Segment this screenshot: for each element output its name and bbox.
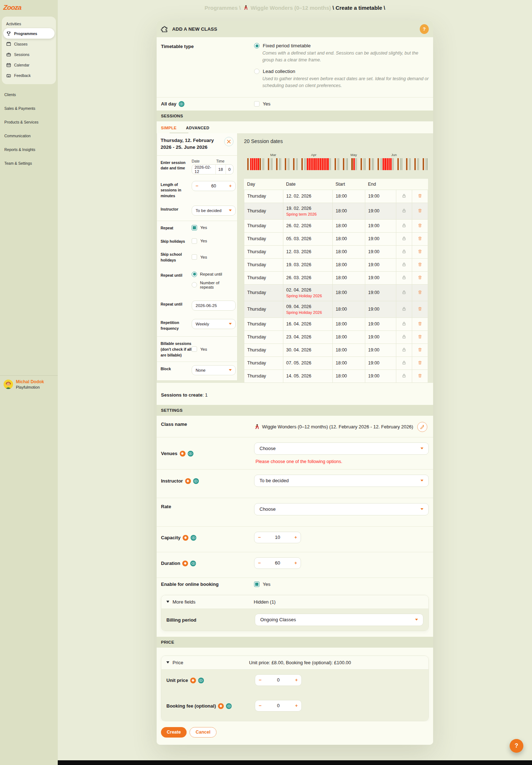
repeat-checkbox[interactable] xyxy=(192,225,197,230)
unit-price-decrement-button[interactable]: − xyxy=(259,677,262,683)
lock-icon[interactable] xyxy=(402,249,406,254)
cancel-button[interactable]: Cancel xyxy=(189,727,217,738)
repeat-until-date-input[interactable]: 2026-06-25 xyxy=(192,301,236,311)
more-fields-header[interactable]: More fields Hidden (1) xyxy=(161,595,428,609)
number-of-repeats-radio[interactable] xyxy=(192,282,197,288)
tab-simple[interactable]: SIMPLE xyxy=(161,126,176,130)
trash-icon[interactable] xyxy=(418,334,422,339)
lock-icon[interactable] xyxy=(402,290,406,295)
lead-collection-label[interactable]: Lead collection xyxy=(263,69,295,74)
breadcrumb-part[interactable]: Wiggle Wonders (0–12 months) xyxy=(249,5,331,11)
sidebar-section-clients[interactable]: Clients xyxy=(0,88,58,101)
skip-school-checkbox[interactable] xyxy=(192,254,197,260)
trash-icon[interactable] xyxy=(418,223,422,228)
lock-icon[interactable] xyxy=(402,262,406,267)
fixed-period-radio[interactable] xyxy=(254,43,260,48)
duration-value[interactable]: 60 xyxy=(275,560,280,566)
visibility-eye-icon[interactable] xyxy=(193,478,199,484)
length-increment-button[interactable]: + xyxy=(229,183,232,189)
user-block[interactable]: Michal Dodok Playfulmotion xyxy=(0,375,58,393)
lead-collection-radio[interactable] xyxy=(254,69,260,74)
frequency-select[interactable]: Weekly xyxy=(192,319,236,329)
trash-icon[interactable] xyxy=(418,236,422,241)
visibility-eye-icon[interactable] xyxy=(226,703,232,709)
sidebar-item-calendar[interactable]: Calendar xyxy=(2,60,56,70)
duration-increment-button[interactable]: + xyxy=(294,560,297,566)
floating-help-button[interactable]: ? xyxy=(510,739,523,753)
visibility-eye-icon[interactable] xyxy=(190,561,196,566)
lock-icon[interactable] xyxy=(402,275,406,280)
length-value[interactable]: 60 xyxy=(211,183,216,189)
trash-icon[interactable] xyxy=(418,360,422,365)
booking-fee-decrement-button[interactable]: − xyxy=(259,703,262,708)
unit-price-increment-button[interactable]: + xyxy=(295,677,298,683)
close-icon[interactable] xyxy=(224,137,234,146)
visibility-eye-icon[interactable] xyxy=(179,101,184,107)
session-hour-input[interactable]: 18 xyxy=(215,165,226,174)
booking-fee-value[interactable]: 0 xyxy=(277,703,279,708)
trash-icon[interactable] xyxy=(418,208,422,213)
billing-period-select[interactable]: Ongoing Classes xyxy=(255,614,423,626)
repeat-until-radio[interactable] xyxy=(192,272,197,277)
sidebar-section-products-services[interactable]: Products & Services xyxy=(0,115,58,129)
lock-icon[interactable] xyxy=(402,306,406,311)
fixed-period-label[interactable]: Fixed period timetable xyxy=(263,43,311,48)
billable-checkbox[interactable] xyxy=(192,346,197,352)
sidebar-item-feedback[interactable]: Feedback xyxy=(2,70,56,81)
length-decrement-button[interactable]: − xyxy=(196,183,199,189)
session-minute-input[interactable]: 0 xyxy=(226,165,233,174)
lock-icon[interactable] xyxy=(402,347,406,352)
duration-decrement-button[interactable]: − xyxy=(258,560,261,566)
edit-pencil-icon[interactable] xyxy=(417,422,427,432)
lock-icon[interactable] xyxy=(402,360,406,365)
lock-icon[interactable] xyxy=(402,321,406,326)
price-header[interactable]: Price Unit price: £8.00, Booking fee (op… xyxy=(161,656,428,669)
sidebar-section-communication[interactable]: Communication xyxy=(0,129,58,143)
panel-help-button[interactable]: ? xyxy=(420,24,429,34)
lock-icon[interactable] xyxy=(402,208,406,213)
lock-icon[interactable] xyxy=(402,193,406,198)
tab-advanced[interactable]: ADVANCED xyxy=(186,126,209,130)
trash-icon[interactable] xyxy=(418,306,422,311)
online-booking-checkbox[interactable] xyxy=(254,582,260,587)
trash-icon[interactable] xyxy=(418,321,422,326)
sidebar-item-sessions[interactable]: Sessions xyxy=(2,49,56,60)
skip-holidays-checkbox[interactable] xyxy=(192,238,197,244)
breadcrumb-part[interactable]: \ xyxy=(237,5,242,11)
sidebar-item-classes[interactable]: Classes xyxy=(2,39,56,49)
trash-icon[interactable] xyxy=(418,373,422,378)
lock-icon[interactable] xyxy=(402,236,406,241)
repeat-until-option-label[interactable]: Repeat until xyxy=(200,272,222,276)
trash-icon[interactable] xyxy=(418,262,422,267)
visibility-eye-icon[interactable] xyxy=(191,535,196,541)
sidebar-section-sales-payments[interactable]: Sales & Payments xyxy=(0,101,58,115)
capacity-value[interactable]: 10 xyxy=(275,535,280,540)
trash-icon[interactable] xyxy=(418,275,422,280)
trash-icon[interactable] xyxy=(418,249,422,254)
sidebar-section-reports-insights[interactable]: Reports & Insights xyxy=(0,143,58,156)
rate-select[interactable]: Choose xyxy=(254,503,429,515)
create-button[interactable]: Create xyxy=(161,727,187,738)
block-select[interactable]: None xyxy=(192,365,236,375)
session-date-input[interactable]: 2026-02-12 xyxy=(192,165,215,174)
breadcrumb-part[interactable]: Programmes xyxy=(205,5,238,11)
sidebar-section-team-settings[interactable]: Team & Settings xyxy=(0,156,58,170)
unit-price-value[interactable]: 0 xyxy=(277,677,279,683)
instructor-select[interactable]: To be decided xyxy=(192,206,236,216)
visibility-eye-icon[interactable] xyxy=(198,678,204,683)
sidebar-item-programmes[interactable]: Programmes xyxy=(3,28,54,39)
venues-select[interactable]: Choose xyxy=(254,442,429,455)
lock-icon[interactable] xyxy=(402,223,406,228)
number-of-repeats-option-label[interactable]: Number of repeats xyxy=(200,281,234,289)
visibility-eye-icon[interactable] xyxy=(188,451,193,457)
lock-icon[interactable] xyxy=(402,373,406,378)
all-day-checkbox[interactable] xyxy=(254,101,260,107)
trash-icon[interactable] xyxy=(418,290,422,295)
settings-instructor-select[interactable]: To be decided xyxy=(254,475,429,487)
lock-icon[interactable] xyxy=(402,334,406,339)
trash-icon[interactable] xyxy=(418,193,422,198)
capacity-increment-button[interactable]: + xyxy=(294,535,297,540)
capacity-decrement-button[interactable]: − xyxy=(258,535,261,540)
booking-fee-increment-button[interactable]: + xyxy=(295,703,298,708)
trash-icon[interactable] xyxy=(418,347,422,352)
